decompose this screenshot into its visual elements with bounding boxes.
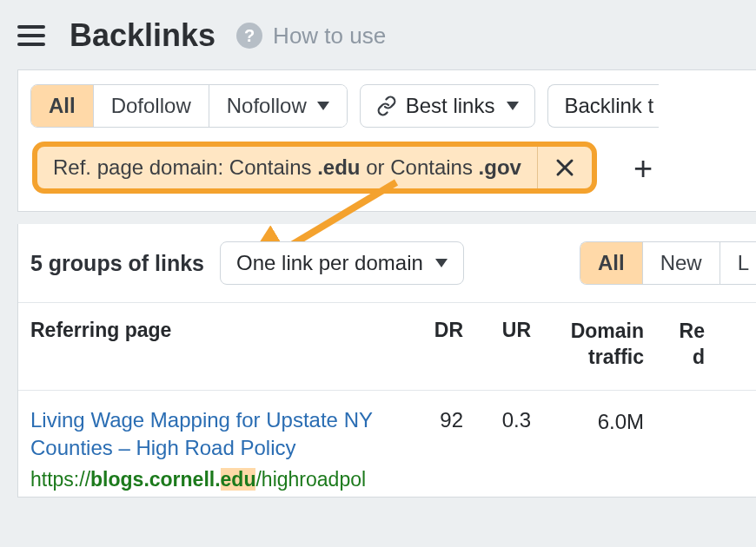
table-header: Referring page DR UR Domain traffic Red (18, 303, 756, 391)
chevron-down-icon (317, 102, 329, 110)
applied-filter-text: Ref. page domain: Contains .edu or Conta… (37, 147, 537, 188)
best-links-label: Best links (406, 94, 495, 118)
tab-status-lost[interactable]: L (720, 242, 756, 284)
cell-dr: 92 (411, 406, 463, 432)
results-table: Referring page DR UR Domain traffic Red … (18, 303, 756, 497)
tab-status-new[interactable]: New (643, 242, 720, 284)
cell-domain-traffic: 6.0M (531, 406, 644, 435)
col-referring-page[interactable]: Referring page (30, 319, 411, 371)
applied-filter-chip[interactable]: Ref. page domain: Contains .edu or Conta… (32, 142, 597, 194)
grouping-select[interactable]: One link per domain (220, 241, 464, 285)
result-link-url[interactable]: https://blogs.cornell.edu/highroadpol (30, 468, 395, 491)
col-domain-traffic[interactable]: Domain traffic (531, 319, 644, 371)
table-row: Living Wage Mapping for Upstate NY Count… (18, 391, 756, 497)
cell-ur: 0.3 (463, 406, 531, 432)
status-filter-group: All New L (580, 241, 756, 285)
groups-count: 5 groups of links (30, 251, 204, 276)
chevron-down-icon (507, 102, 519, 110)
tab-dofollow[interactable]: Dofollow (94, 85, 209, 127)
tab-nofollow[interactable]: Nofollow (209, 85, 347, 127)
results-header: 5 groups of links One link per domain Al… (18, 224, 756, 303)
how-to-use-link[interactable]: How to use (273, 23, 386, 49)
menu-icon[interactable] (17, 25, 45, 46)
tab-all[interactable]: All (31, 85, 94, 127)
col-dr[interactable]: DR (411, 319, 463, 371)
chevron-down-icon (435, 259, 448, 267)
col-re[interactable]: Red (644, 319, 705, 371)
tab-nofollow-label: Nofollow (227, 94, 307, 118)
best-links-filter[interactable]: Best links (360, 84, 536, 128)
grouping-label: One link per domain (236, 251, 423, 275)
results-panel: 5 groups of links One link per domain Al… (17, 224, 756, 498)
backlink-extra-filter[interactable]: Backlink t (547, 84, 659, 128)
backlink-extra-label: Backlink t (564, 94, 653, 118)
page-header: Backlinks ? How to use (0, 0, 756, 69)
col-ur[interactable]: UR (463, 319, 531, 371)
link-icon (376, 96, 397, 116)
filter-panel: All Dofollow Nofollow Best links Backlin… (17, 69, 756, 212)
help-icon[interactable]: ? (236, 23, 262, 49)
follow-filter-group: All Dofollow Nofollow (30, 84, 348, 128)
remove-filter-button[interactable] (537, 147, 592, 188)
tab-status-all[interactable]: All (580, 242, 643, 284)
page-title: Backlinks (70, 17, 216, 54)
add-filter-button[interactable]: + (633, 136, 653, 185)
result-link-title[interactable]: Living Wage Mapping for Upstate NY Count… (30, 406, 395, 463)
